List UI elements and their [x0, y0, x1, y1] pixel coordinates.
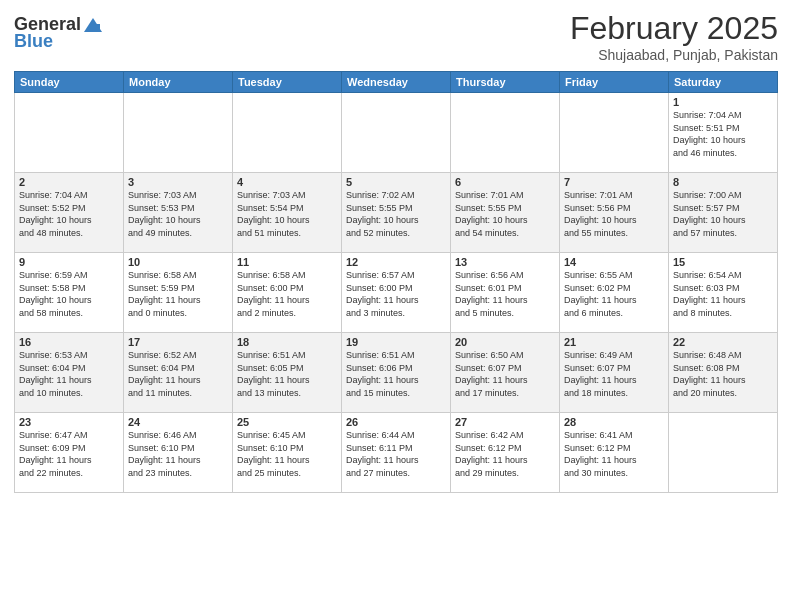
day-info: Sunrise: 7:04 AMSunset: 5:51 PMDaylight:…	[673, 109, 773, 159]
day-number: 7	[564, 176, 664, 188]
calendar-cell: 5Sunrise: 7:02 AMSunset: 5:55 PMDaylight…	[342, 173, 451, 253]
weekday-header-monday: Monday	[124, 72, 233, 93]
day-info: Sunrise: 6:58 AMSunset: 6:00 PMDaylight:…	[237, 269, 337, 319]
calendar-week-row: 9Sunrise: 6:59 AMSunset: 5:58 PMDaylight…	[15, 253, 778, 333]
weekday-header-tuesday: Tuesday	[233, 72, 342, 93]
calendar-table: SundayMondayTuesdayWednesdayThursdayFrid…	[14, 71, 778, 493]
day-info: Sunrise: 6:50 AMSunset: 6:07 PMDaylight:…	[455, 349, 555, 399]
calendar-cell	[124, 93, 233, 173]
calendar-cell: 23Sunrise: 6:47 AMSunset: 6:09 PMDayligh…	[15, 413, 124, 493]
calendar-cell: 14Sunrise: 6:55 AMSunset: 6:02 PMDayligh…	[560, 253, 669, 333]
calendar-cell: 10Sunrise: 6:58 AMSunset: 5:59 PMDayligh…	[124, 253, 233, 333]
calendar-cell: 9Sunrise: 6:59 AMSunset: 5:58 PMDaylight…	[15, 253, 124, 333]
day-info: Sunrise: 7:01 AMSunset: 5:55 PMDaylight:…	[455, 189, 555, 239]
day-number: 23	[19, 416, 119, 428]
calendar-week-row: 2Sunrise: 7:04 AMSunset: 5:52 PMDaylight…	[15, 173, 778, 253]
day-number: 13	[455, 256, 555, 268]
day-number: 12	[346, 256, 446, 268]
day-info: Sunrise: 6:45 AMSunset: 6:10 PMDaylight:…	[237, 429, 337, 479]
day-info: Sunrise: 6:49 AMSunset: 6:07 PMDaylight:…	[564, 349, 664, 399]
day-info: Sunrise: 7:04 AMSunset: 5:52 PMDaylight:…	[19, 189, 119, 239]
day-number: 2	[19, 176, 119, 188]
day-info: Sunrise: 6:46 AMSunset: 6:10 PMDaylight:…	[128, 429, 228, 479]
day-info: Sunrise: 6:51 AMSunset: 6:05 PMDaylight:…	[237, 349, 337, 399]
day-info: Sunrise: 7:00 AMSunset: 5:57 PMDaylight:…	[673, 189, 773, 239]
day-number: 15	[673, 256, 773, 268]
calendar-cell: 27Sunrise: 6:42 AMSunset: 6:12 PMDayligh…	[451, 413, 560, 493]
logo-icon	[82, 16, 104, 34]
location: Shujaabad, Punjab, Pakistan	[570, 47, 778, 63]
calendar-cell: 16Sunrise: 6:53 AMSunset: 6:04 PMDayligh…	[15, 333, 124, 413]
calendar-cell: 15Sunrise: 6:54 AMSunset: 6:03 PMDayligh…	[669, 253, 778, 333]
day-number: 22	[673, 336, 773, 348]
day-info: Sunrise: 6:58 AMSunset: 5:59 PMDaylight:…	[128, 269, 228, 319]
weekday-header-wednesday: Wednesday	[342, 72, 451, 93]
day-info: Sunrise: 7:03 AMSunset: 5:53 PMDaylight:…	[128, 189, 228, 239]
calendar-cell: 2Sunrise: 7:04 AMSunset: 5:52 PMDaylight…	[15, 173, 124, 253]
calendar-cell: 20Sunrise: 6:50 AMSunset: 6:07 PMDayligh…	[451, 333, 560, 413]
day-info: Sunrise: 6:56 AMSunset: 6:01 PMDaylight:…	[455, 269, 555, 319]
weekday-header-row: SundayMondayTuesdayWednesdayThursdayFrid…	[15, 72, 778, 93]
calendar-cell	[233, 93, 342, 173]
weekday-header-thursday: Thursday	[451, 72, 560, 93]
day-info: Sunrise: 6:51 AMSunset: 6:06 PMDaylight:…	[346, 349, 446, 399]
calendar-cell: 24Sunrise: 6:46 AMSunset: 6:10 PMDayligh…	[124, 413, 233, 493]
day-number: 28	[564, 416, 664, 428]
calendar-cell	[560, 93, 669, 173]
day-number: 26	[346, 416, 446, 428]
day-number: 21	[564, 336, 664, 348]
calendar-cell: 18Sunrise: 6:51 AMSunset: 6:05 PMDayligh…	[233, 333, 342, 413]
day-info: Sunrise: 6:55 AMSunset: 6:02 PMDaylight:…	[564, 269, 664, 319]
day-number: 11	[237, 256, 337, 268]
calendar-cell	[15, 93, 124, 173]
logo: General Blue	[14, 14, 104, 52]
day-info: Sunrise: 7:02 AMSunset: 5:55 PMDaylight:…	[346, 189, 446, 239]
calendar-cell: 12Sunrise: 6:57 AMSunset: 6:00 PMDayligh…	[342, 253, 451, 333]
day-info: Sunrise: 7:03 AMSunset: 5:54 PMDaylight:…	[237, 189, 337, 239]
day-number: 14	[564, 256, 664, 268]
calendar-cell: 22Sunrise: 6:48 AMSunset: 6:08 PMDayligh…	[669, 333, 778, 413]
calendar-cell	[451, 93, 560, 173]
day-number: 20	[455, 336, 555, 348]
calendar-cell: 21Sunrise: 6:49 AMSunset: 6:07 PMDayligh…	[560, 333, 669, 413]
calendar-cell: 1Sunrise: 7:04 AMSunset: 5:51 PMDaylight…	[669, 93, 778, 173]
day-number: 3	[128, 176, 228, 188]
day-info: Sunrise: 6:54 AMSunset: 6:03 PMDaylight:…	[673, 269, 773, 319]
day-info: Sunrise: 6:48 AMSunset: 6:08 PMDaylight:…	[673, 349, 773, 399]
weekday-header-saturday: Saturday	[669, 72, 778, 93]
day-info: Sunrise: 6:57 AMSunset: 6:00 PMDaylight:…	[346, 269, 446, 319]
calendar-cell: 6Sunrise: 7:01 AMSunset: 5:55 PMDaylight…	[451, 173, 560, 253]
calendar-cell: 19Sunrise: 6:51 AMSunset: 6:06 PMDayligh…	[342, 333, 451, 413]
day-info: Sunrise: 6:42 AMSunset: 6:12 PMDaylight:…	[455, 429, 555, 479]
day-info: Sunrise: 7:01 AMSunset: 5:56 PMDaylight:…	[564, 189, 664, 239]
calendar-cell: 11Sunrise: 6:58 AMSunset: 6:00 PMDayligh…	[233, 253, 342, 333]
calendar-cell: 8Sunrise: 7:00 AMSunset: 5:57 PMDaylight…	[669, 173, 778, 253]
calendar-cell	[342, 93, 451, 173]
day-number: 9	[19, 256, 119, 268]
day-number: 1	[673, 96, 773, 108]
day-number: 19	[346, 336, 446, 348]
calendar-cell: 4Sunrise: 7:03 AMSunset: 5:54 PMDaylight…	[233, 173, 342, 253]
day-number: 17	[128, 336, 228, 348]
calendar-cell	[669, 413, 778, 493]
calendar-week-row: 23Sunrise: 6:47 AMSunset: 6:09 PMDayligh…	[15, 413, 778, 493]
month-title: February 2025	[570, 10, 778, 47]
day-number: 10	[128, 256, 228, 268]
weekday-header-friday: Friday	[560, 72, 669, 93]
day-info: Sunrise: 6:47 AMSunset: 6:09 PMDaylight:…	[19, 429, 119, 479]
day-number: 27	[455, 416, 555, 428]
calendar-cell: 17Sunrise: 6:52 AMSunset: 6:04 PMDayligh…	[124, 333, 233, 413]
day-number: 4	[237, 176, 337, 188]
calendar-week-row: 16Sunrise: 6:53 AMSunset: 6:04 PMDayligh…	[15, 333, 778, 413]
day-number: 18	[237, 336, 337, 348]
calendar-week-row: 1Sunrise: 7:04 AMSunset: 5:51 PMDaylight…	[15, 93, 778, 173]
day-info: Sunrise: 6:44 AMSunset: 6:11 PMDaylight:…	[346, 429, 446, 479]
day-info: Sunrise: 6:52 AMSunset: 6:04 PMDaylight:…	[128, 349, 228, 399]
calendar-cell: 3Sunrise: 7:03 AMSunset: 5:53 PMDaylight…	[124, 173, 233, 253]
title-block: February 2025 Shujaabad, Punjab, Pakista…	[570, 10, 778, 63]
day-number: 24	[128, 416, 228, 428]
day-number: 8	[673, 176, 773, 188]
calendar-cell: 7Sunrise: 7:01 AMSunset: 5:56 PMDaylight…	[560, 173, 669, 253]
header: General Blue February 2025 Shujaabad, Pu…	[14, 10, 778, 63]
day-info: Sunrise: 6:53 AMSunset: 6:04 PMDaylight:…	[19, 349, 119, 399]
